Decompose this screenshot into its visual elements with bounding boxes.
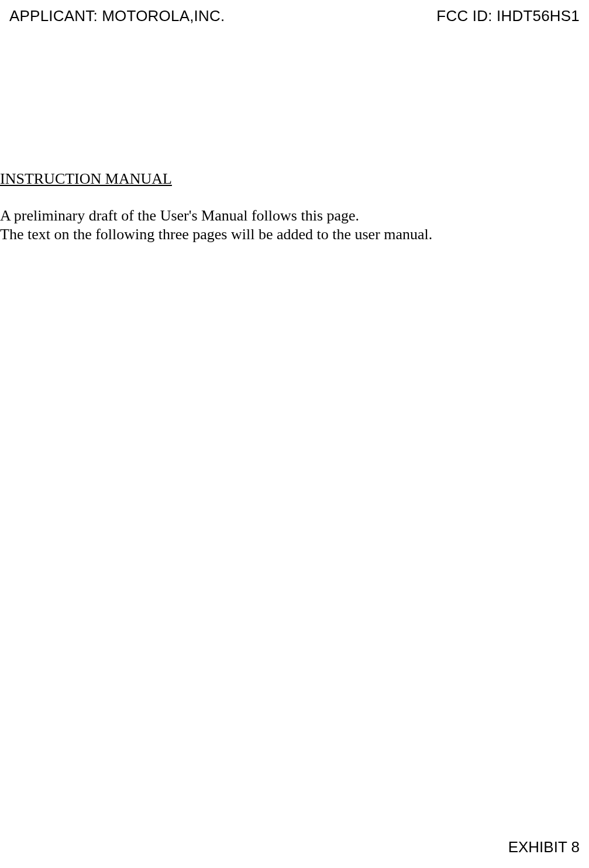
page-footer: EXHIBIT 8 (508, 838, 580, 856)
page-header: APPLICANT: MOTOROLA,INC. FCC ID: IHDT56H… (0, 7, 589, 25)
applicant-label: APPLICANT: MOTOROLA,INC. (9, 7, 225, 25)
section-title: INSTRUCTION MANUAL (0, 170, 589, 189)
exhibit-label: EXHIBIT 8 (508, 838, 580, 856)
paragraph-line-2: The text on the following three pages wi… (0, 225, 589, 244)
fcc-id-label: FCC ID: IHDT56HS1 (436, 7, 580, 25)
paragraph-line-1: A preliminary draft of the User's Manual… (0, 206, 589, 226)
page-body: INSTRUCTION MANUAL A preliminary draft o… (0, 170, 589, 244)
